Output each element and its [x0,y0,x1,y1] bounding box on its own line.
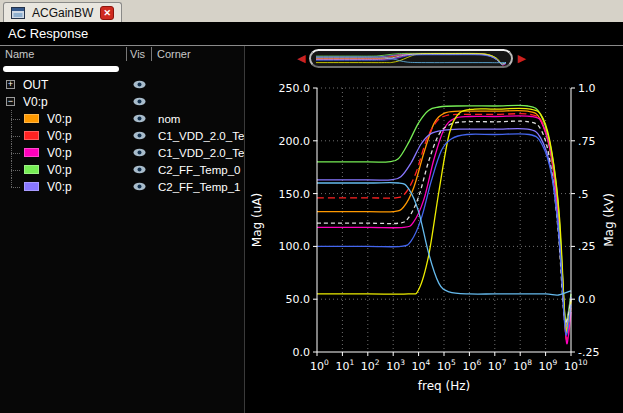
tree-row-trace[interactable]: V0:p C2_FF_Temp_1 [0,178,244,195]
svg-text:108: 108 [513,358,532,373]
svg-text:109: 109 [539,358,558,373]
waveform-viewer-window: ACGainBW ✕ AC Response Name Vis Corner +… [0,0,623,413]
column-header-corner[interactable]: Corner [152,48,244,60]
svg-text:107: 107 [488,358,507,373]
tab-acgainbw[interactable]: ACGainBW ✕ [3,2,122,22]
trace-color-swatch [24,114,39,123]
svg-text:250.0: 250.0 [279,82,311,95]
svg-text:1010: 1010 [564,358,588,373]
plot-canvas[interactable]: 0.050.0100.0150.0200.0250.0-.250.0.25.5.… [245,46,623,413]
scroll-right-arrow-icon[interactable]: ▶ [517,53,525,64]
trace-color-swatch [24,182,39,191]
svg-text:105: 105 [437,358,456,373]
svg-text:104: 104 [412,358,431,373]
tree-row-out[interactable]: + OUT [0,76,244,93]
svg-text:Mag (kV): Mag (kV) [602,193,616,247]
signal-name: V0:p [47,129,72,143]
corner-name: C2_FF_Temp_1 [152,181,244,193]
svg-text:100.0: 100.0 [279,240,311,253]
x-pan-scrollbar: ◀ ▶ [297,49,526,68]
plot-title: AC Response [0,22,623,46]
visibility-eye-icon[interactable] [133,163,146,177]
svg-text:102: 102 [361,358,380,373]
signal-name: OUT [23,78,48,92]
visibility-eye-icon[interactable] [133,180,146,194]
corner-name: nom [152,113,244,125]
svg-text:0.0: 0.0 [293,346,311,359]
svg-text:1.0: 1.0 [578,82,596,95]
corner-name: C1_VDD_2.0_Ter [152,130,244,142]
signal-name: V0:p [23,95,48,109]
trace-preview [312,51,510,67]
signal-name: V0:p [47,180,72,194]
signal-name: V0:p [47,146,72,160]
svg-text:200.0: 200.0 [279,135,311,148]
column-header-vis[interactable]: Vis [126,47,152,61]
corner-name: C1_VDD_2.0_Ter [152,147,244,159]
tree-row-v0p[interactable]: − V0:p [0,93,244,110]
svg-text:.25: .25 [578,240,596,253]
signal-name: V0:p [47,112,72,126]
tab-title: ACGainBW [32,6,93,20]
window-icon [11,7,25,19]
scroll-left-arrow-icon[interactable]: ◀ [297,53,305,64]
corner-name: C2_FF_Temp_0 [152,164,244,176]
svg-text:.5: .5 [578,188,589,201]
tree-row-trace[interactable]: V0:p C2_FF_Temp_0 [0,161,244,178]
trace-color-swatch [24,165,39,174]
x-pan-thumb[interactable] [309,49,513,68]
svg-text:0.0: 0.0 [578,293,596,306]
svg-text:.75: .75 [578,135,596,148]
tree-expander-icon[interactable]: + [6,80,15,89]
trace-color-swatch [24,131,39,140]
visibility-eye-icon[interactable] [133,95,146,109]
tree-row-trace[interactable]: V0:p nom [0,110,244,127]
tree-row-trace[interactable]: V0:p C1_VDD_2.0_Ter [0,144,244,161]
signal-tree-panel: Name Vis Corner + OUT − V0:p [0,46,245,413]
trace-color-swatch [24,148,39,157]
tree-expander-icon[interactable]: − [6,97,15,106]
main-content: Name Vis Corner + OUT − V0:p [0,46,623,413]
visibility-eye-icon[interactable] [133,129,146,143]
svg-text:50.0: 50.0 [286,293,311,306]
svg-text:101: 101 [335,358,354,373]
tree-horizontal-scrollbar[interactable] [3,66,119,72]
column-header-name[interactable]: Name [0,48,126,60]
svg-text:103: 103 [386,358,405,373]
signal-name: V0:p [47,163,72,177]
svg-text:100: 100 [310,358,329,373]
visibility-eye-icon[interactable] [133,78,146,92]
svg-text:106: 106 [462,358,481,373]
svg-text:150.0: 150.0 [279,188,311,201]
tree-header: Name Vis Corner [0,46,244,62]
tree-row-trace[interactable]: V0:p C1_VDD_2.0_Ter [0,127,244,144]
svg-text:freq (Hz): freq (Hz) [418,379,470,393]
svg-text:Mag (uA): Mag (uA) [250,193,264,247]
visibility-eye-icon[interactable] [133,112,146,126]
tab-close-button[interactable]: ✕ [100,6,114,20]
plot-panel: 0.050.0100.0150.0200.0250.0-.250.0.25.5.… [245,46,623,413]
visibility-eye-icon[interactable] [133,146,146,160]
tab-bar: ACGainBW ✕ [0,0,623,22]
